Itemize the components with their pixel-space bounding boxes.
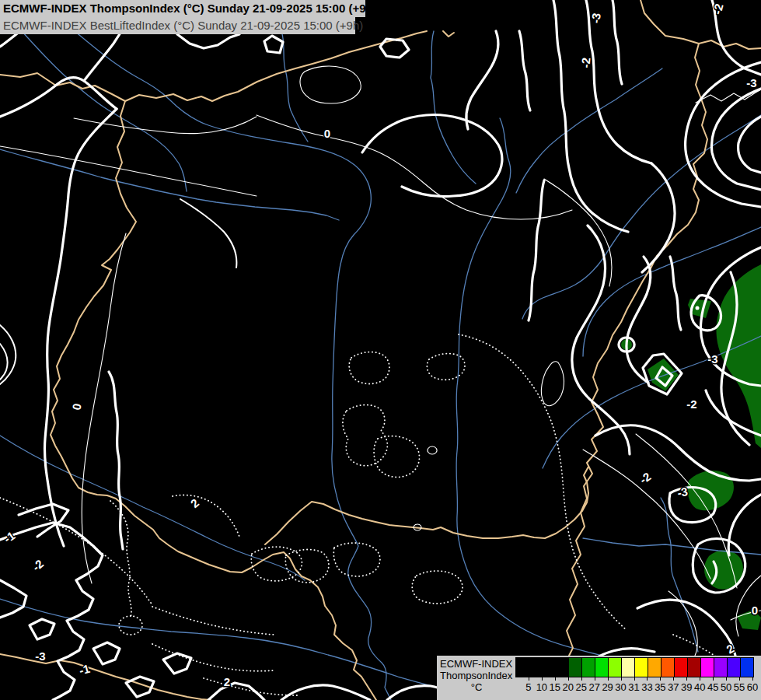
colorbar-tick [529, 677, 529, 681]
colorbar-tick-label: 10 [536, 681, 547, 693]
legend-product-label: ECMWF-INDEX [440, 658, 513, 670]
colorbar-tick [608, 677, 609, 681]
colorbar-cell [635, 658, 648, 677]
colorbar-tick [568, 677, 569, 681]
colorbar-cell [688, 658, 701, 677]
colorbar-tick-label: 60 [747, 681, 758, 693]
colorbar-cell [569, 658, 582, 677]
colorbar-tick [555, 677, 556, 681]
legend-text-block: ECMWF-INDEX ThompsonIndex °C [440, 658, 513, 693]
colorbar-tick [581, 677, 582, 681]
colorbar-tick-label: 27 [588, 681, 599, 693]
colorbar-tick-label: 50 [721, 681, 731, 693]
colorbar [515, 657, 754, 677]
colorbar-cell [543, 658, 556, 677]
colorbar-tick-label: 29 [602, 681, 613, 693]
contour-label: 0 [324, 127, 330, 140]
colorbar-tick-label: 31 [628, 681, 639, 693]
colorbar-tick [726, 677, 727, 681]
colorbar-tick [621, 677, 622, 681]
colorbar-tick [752, 677, 753, 681]
contour [696, 306, 700, 310]
colorbar-cell [741, 658, 753, 677]
contour-label: -3 [707, 352, 717, 366]
weather-map-screen: -3-2-2-300-1-2-3-122-2-3-2-302 ECMWF-IND… [0, 0, 761, 700]
colorbar-tick-label: 33 [641, 681, 652, 693]
titlebar-line-1: ECMWF-INDEX ThompsonIndex (°C) Sunday 21… [0, 0, 365, 17]
colorbar-tick [673, 677, 674, 681]
contour-label: -2 [686, 397, 696, 411]
contour-label: 0 [752, 604, 758, 617]
colorbar-tick-label: 35 [655, 681, 665, 693]
colorbar-tick-label: 25 [575, 681, 586, 693]
titlebar-line-2: ECMWF-INDEX BestLiftedIndex (°C) Sunday … [0, 17, 355, 34]
colorbar-cell [714, 658, 728, 677]
colorbar-cell [595, 658, 609, 677]
colorbar-tick [739, 677, 740, 681]
colorbar-cell [622, 658, 635, 677]
colorbar-tick-label: 55 [734, 681, 745, 693]
colorbar-cell [728, 658, 741, 677]
colorbar-tick-label: 30 [615, 681, 626, 693]
colorbar-cell [648, 658, 662, 677]
colorbar-tick-label: 37 [668, 681, 679, 693]
colorbar-tick-label: 39 [681, 681, 692, 693]
colorbar-cell [582, 658, 595, 677]
contour-label: -2 [578, 57, 592, 68]
map-background [0, 0, 761, 700]
colorbar-tick-label: 15 [550, 681, 560, 693]
legend-panel: ECMWF-INDEX ThompsonIndex °C 51015202527… [437, 656, 761, 700]
colorbar-cell [556, 658, 569, 677]
contour-label: -3 [35, 649, 45, 663]
colorbar-cell [516, 658, 529, 677]
colorbar-tick-label: 20 [563, 681, 574, 693]
colorbar-cell [701, 658, 714, 677]
contour-label: -3 [746, 76, 756, 89]
contour-label: -3 [588, 12, 602, 24]
colorbar-tick [686, 677, 687, 681]
colorbar-tick [542, 677, 543, 681]
colorbar-cell [529, 658, 543, 677]
legend-parameter-label: ThompsonIndex [440, 670, 513, 681]
colorbar-tick [595, 677, 595, 681]
colorbar-tick-label: 40 [694, 681, 705, 693]
map-svg: -3-2-2-300-1-2-3-122-2-3-2-302 [0, 0, 761, 700]
colorbar-tick [660, 677, 661, 681]
colorbar-tick [700, 677, 700, 681]
legend-unit-label: °C [440, 681, 513, 693]
colorbar-cell [609, 658, 622, 677]
colorbar-tick-label: 5 [525, 681, 531, 693]
colorbar-tick [647, 677, 648, 681]
colorbar-tick [634, 677, 635, 681]
colorbar-tick [713, 677, 714, 681]
contour-label: 2 [224, 675, 230, 688]
colorbar-cell [662, 658, 675, 677]
colorbar-ticks: 51015202527293031333537394045505560 [515, 677, 753, 698]
colorbar-cell [675, 658, 688, 677]
colorbar-tick-label: 45 [707, 681, 718, 693]
